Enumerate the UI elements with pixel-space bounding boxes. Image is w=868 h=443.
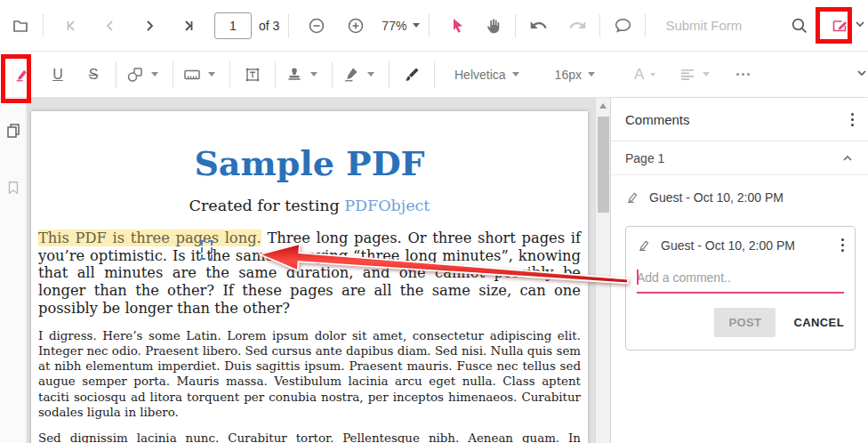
font-size-dropdown[interactable]: 16px xyxy=(555,68,595,82)
submit-form-button[interactable]: Submit Form xyxy=(665,18,742,33)
redo-button[interactable] xyxy=(564,11,591,41)
scroll-up-arrow-icon[interactable] xyxy=(599,103,607,109)
first-page-button[interactable] xyxy=(58,11,84,41)
underline-tool-button[interactable]: U xyxy=(44,60,71,90)
post-button[interactable]: POST xyxy=(714,308,776,337)
thumbnails-panel-button[interactable] xyxy=(7,11,34,41)
chevron-down-icon xyxy=(703,72,710,77)
divider xyxy=(434,61,435,88)
comment-input-wrap xyxy=(637,267,844,294)
pdf-subtitle-text: Created for testing xyxy=(189,197,345,214)
undo-icon xyxy=(529,16,548,35)
style-brush-button[interactable] xyxy=(398,60,425,90)
comments-panel-title: Comments xyxy=(625,112,690,127)
annotation-edit-button[interactable] xyxy=(826,11,853,41)
chevron-down-icon xyxy=(367,72,374,77)
free-text-tool-button[interactable] xyxy=(239,60,266,90)
text-color-icon: A xyxy=(634,66,644,84)
divider xyxy=(43,14,44,37)
document-viewer[interactable]: Sample PDF Created for testing PDFObject… xyxy=(27,98,610,443)
text-color-dropdown[interactable]: A xyxy=(634,66,655,84)
last-page-icon xyxy=(180,17,197,35)
font-family-dropdown[interactable]: Helvetica xyxy=(454,68,519,82)
scrollbar-thumb[interactable] xyxy=(598,117,609,213)
strikethrough-icon: S xyxy=(89,67,99,83)
zoom-level-dropdown[interactable]: 77% xyxy=(382,19,420,33)
pdf-paragraph-3: Sed dignissim lacinia nunc. Curabitur to… xyxy=(38,431,581,443)
page-count-label: of 3 xyxy=(259,19,279,33)
page-thumbnails-tab[interactable] xyxy=(4,121,23,141)
last-page-button[interactable] xyxy=(175,11,202,41)
toolbar-overflow-chevron[interactable] xyxy=(853,17,867,35)
measure-tool-dropdown[interactable] xyxy=(182,65,215,85)
divider xyxy=(116,61,117,88)
comments-panel-header: Comments xyxy=(611,98,868,141)
chevron-down-icon xyxy=(413,23,420,28)
comment-input[interactable] xyxy=(637,267,844,294)
cursor-icon xyxy=(448,17,466,35)
stamp-icon xyxy=(285,65,304,85)
kebab-menu-icon[interactable] xyxy=(851,113,854,126)
text-selection-caret xyxy=(201,240,213,260)
kebab-menu-icon[interactable] xyxy=(841,238,844,252)
first-page-icon xyxy=(62,17,80,35)
input-caret xyxy=(637,270,639,285)
chevron-up-icon xyxy=(841,152,854,165)
highlight-annotation[interactable]: This PDF is three pages long. xyxy=(38,230,261,246)
pdf-paragraph-1: This PDF is three pages long. Three long… xyxy=(38,230,581,318)
pdf-paragraph-2: I digress. Here’s some Latin. Lorem ipsu… xyxy=(38,328,581,421)
hand-icon xyxy=(484,17,502,35)
search-button[interactable] xyxy=(785,11,812,41)
chevron-down-icon xyxy=(310,72,317,77)
select-tool-button[interactable] xyxy=(444,11,470,41)
redo-icon xyxy=(568,16,587,35)
left-sidebar xyxy=(0,98,27,443)
divider xyxy=(173,61,173,88)
annotation-toolbar: U S xyxy=(0,52,868,98)
undo-button[interactable] xyxy=(525,11,551,41)
highlighter-icon xyxy=(13,66,31,84)
stamp-tool-dropdown[interactable] xyxy=(285,65,317,85)
pdf-page[interactable]: Sample PDF Created for testing PDFObject… xyxy=(31,111,588,443)
main-area: Sample PDF Created for testing PDFObject… xyxy=(0,98,868,443)
active-comment-card[interactable]: Guest - Oct 10, 2:00 PM POST CANCEL xyxy=(625,226,856,350)
divider xyxy=(645,14,646,37)
chevron-left-icon xyxy=(101,17,119,35)
signature-pen-icon xyxy=(342,65,361,85)
divider xyxy=(229,61,230,88)
page-section-header[interactable]: Page 1 xyxy=(611,141,868,175)
document-scrollbar[interactable] xyxy=(595,98,610,443)
strikethrough-tool-button[interactable]: S xyxy=(80,60,107,90)
chevron-down-icon xyxy=(208,72,215,77)
search-icon xyxy=(790,16,808,35)
comment-tool-button[interactable] xyxy=(609,11,636,41)
comment-author: Guest - Oct 10, 2:00 PM xyxy=(649,190,784,205)
comment-item[interactable]: Guest - Oct 10, 2:00 PM xyxy=(611,175,868,210)
page-section-label: Page 1 xyxy=(625,151,664,165)
more-options-button[interactable] xyxy=(729,60,756,90)
chevron-down-icon xyxy=(853,17,867,31)
cancel-button[interactable]: CANCEL xyxy=(793,316,844,329)
highlight-tool-button[interactable] xyxy=(9,60,36,90)
font-family-value: Helvetica xyxy=(454,68,506,82)
zoom-out-button[interactable] xyxy=(303,11,330,41)
bookmarks-tab[interactable] xyxy=(4,178,23,197)
next-page-button[interactable] xyxy=(136,11,163,41)
speech-bubble-icon xyxy=(614,16,632,35)
zoom-in-button[interactable] xyxy=(342,11,369,41)
pdfobject-link[interactable]: PDFObject xyxy=(344,197,430,214)
divider xyxy=(275,61,276,88)
shapes-icon xyxy=(125,65,145,85)
divider xyxy=(288,14,289,37)
comment-card-actions: POST CANCEL xyxy=(637,308,844,337)
pan-tool-button[interactable] xyxy=(479,11,506,41)
text-align-dropdown[interactable] xyxy=(679,66,710,84)
page-number-input[interactable] xyxy=(214,12,252,39)
signature-tool-dropdown[interactable] xyxy=(342,65,374,85)
edit-annotation-icon xyxy=(831,17,848,35)
toolbar-collapse-chevron[interactable] xyxy=(855,66,868,84)
zoom-level-label: 77% xyxy=(382,19,406,33)
align-icon xyxy=(679,66,696,84)
shape-tool-dropdown[interactable] xyxy=(125,65,158,85)
prev-page-button[interactable] xyxy=(97,11,124,41)
